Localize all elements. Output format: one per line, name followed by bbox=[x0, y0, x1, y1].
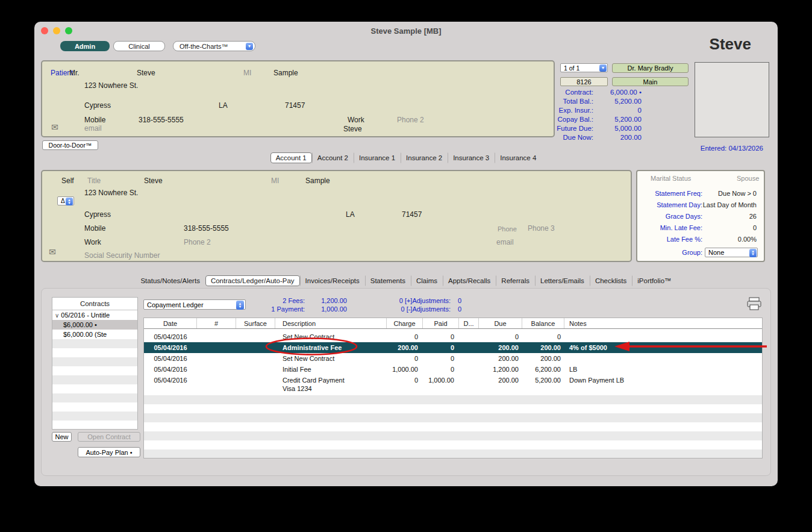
account-street-field[interactable]: 123 Nowhere St. bbox=[84, 189, 138, 197]
tab-contracts-ledger-autopay[interactable]: Contracts/Ledger/Auto-Pay bbox=[205, 275, 300, 286]
auto-pay-plan-button[interactable]: Auto-Pay Plan • bbox=[78, 447, 140, 457]
chart-number-field[interactable]: 8126 bbox=[560, 77, 608, 86]
col-notes[interactable]: Notes bbox=[564, 318, 762, 328]
account-city-field[interactable]: Cypress bbox=[84, 210, 111, 219]
account-ssn-field[interactable]: Social Security Number bbox=[84, 251, 160, 260]
patient-city-field[interactable]: Cypress bbox=[84, 101, 111, 110]
tab-insurance-1[interactable]: Insurance 1 bbox=[354, 152, 401, 163]
late-fee-pct-value[interactable]: 0.00% bbox=[700, 236, 757, 243]
col-due[interactable]: Due bbox=[479, 318, 522, 328]
copay-balance-value: 5,200.00 bbox=[581, 116, 642, 123]
col-paid[interactable]: Paid bbox=[423, 318, 459, 328]
ledger-row[interactable]: 05/04/2016 Initial Fee 1,000.000 1,200.0… bbox=[144, 364, 762, 375]
account-title-field[interactable]: Title bbox=[87, 177, 101, 185]
account-email-field[interactable]: email bbox=[496, 238, 514, 246]
tab-insurance-2[interactable]: Insurance 2 bbox=[401, 152, 448, 163]
tab-appts-recalls[interactable]: Appts/Recalls bbox=[443, 275, 496, 286]
patient-panel: Patient: Mr. Steve MI Sample 123 Nowhere… bbox=[41, 60, 555, 137]
patient-email-field[interactable]: email bbox=[84, 124, 102, 133]
payments-total-label: 1 Payment: bbox=[245, 305, 305, 313]
min-late-fee-value[interactable]: 0 bbox=[700, 224, 757, 231]
tab-account-1[interactable]: Account 1 bbox=[270, 152, 312, 163]
window-title: Steve Sample [MB] bbox=[34, 27, 778, 36]
entered-date: Entered: 04/13/2026 bbox=[661, 145, 763, 152]
min-late-fee-label: Min. Late Fee: bbox=[640, 224, 702, 231]
tab-admin[interactable]: Admin bbox=[60, 41, 110, 51]
patient-preferred-name-field[interactable]: Steve bbox=[343, 125, 362, 133]
statement-freq-label: Statement Freq: bbox=[640, 190, 702, 197]
tab-invoices-receipts[interactable]: Invoices/Receipts bbox=[300, 275, 365, 286]
tab-checklists[interactable]: Checklists bbox=[590, 275, 632, 286]
tab-statements[interactable]: Statements bbox=[365, 275, 411, 286]
envelope-icon[interactable]: ✉ bbox=[49, 247, 56, 257]
account-mobile-field[interactable]: 318-555-5555 bbox=[184, 224, 229, 233]
ledger-row[interactable]: 05/04/2016 Set New Contract 00 200.00200… bbox=[144, 353, 762, 364]
patient-street-field[interactable]: 123 Nowhere St. bbox=[84, 81, 138, 90]
account-state-field[interactable]: LA bbox=[346, 210, 355, 219]
ledger-row[interactable]: 05/04/2016 Set New Contract 00 00 bbox=[144, 331, 762, 342]
group-label: Group: bbox=[640, 249, 702, 256]
door-to-door-button[interactable]: Door-to-Door™ bbox=[42, 140, 98, 150]
record-pager-select[interactable]: 1 of 1 ▾ bbox=[560, 63, 608, 72]
patient-salutation-field[interactable]: Mr. bbox=[69, 69, 80, 77]
contract-tree-item[interactable]: ∨ 05/2016 - Untitle bbox=[52, 310, 137, 320]
tab-account-2[interactable]: Account 2 bbox=[312, 152, 354, 163]
marital-status-field[interactable]: Marital Status bbox=[651, 175, 691, 182]
delta-label: Δ bbox=[61, 198, 65, 204]
patient-state-field[interactable]: LA bbox=[219, 101, 228, 110]
tab-status-notes-alerts[interactable]: Status/Notes/Alerts bbox=[135, 275, 205, 286]
grace-days-value[interactable]: 26 bbox=[700, 213, 757, 220]
grace-days-label: Grace Days: bbox=[640, 213, 702, 220]
patient-zip-field[interactable]: 71457 bbox=[285, 101, 305, 110]
col-date[interactable]: Date bbox=[144, 318, 197, 328]
new-contract-button[interactable]: New bbox=[52, 432, 72, 442]
patient-mobile-field[interactable]: 318-555-5555 bbox=[139, 116, 184, 124]
record-pager-value: 1 of 1 bbox=[564, 64, 579, 72]
patient-work-phone-field[interactable]: Phone 2 bbox=[397, 116, 424, 124]
tab-letters-emails[interactable]: Letters/Emails bbox=[535, 275, 590, 286]
account-last-name-field[interactable]: Sample bbox=[305, 177, 330, 185]
ledger-row-selected[interactable]: 05/04/2016 Administrative Fee 200.000 20… bbox=[144, 342, 762, 353]
spouse-field[interactable]: Spouse bbox=[737, 175, 759, 182]
account-phone3-field[interactable]: Phone 3 bbox=[528, 224, 555, 233]
account-work-phone-field[interactable]: Phone 2 bbox=[184, 238, 211, 246]
disclosure-icon[interactable]: ∨ bbox=[55, 312, 59, 319]
group-select[interactable]: None ▲▼ bbox=[705, 248, 758, 257]
account-relationship[interactable]: Self bbox=[61, 177, 74, 185]
tab-clinical[interactable]: Clinical bbox=[113, 41, 165, 51]
delta-selector[interactable]: Δ ▲▼ bbox=[57, 196, 74, 205]
office-button[interactable]: Main bbox=[612, 77, 689, 86]
statement-freq-value[interactable]: Due Now > 0 bbox=[700, 190, 757, 197]
tab-referrals[interactable]: Referrals bbox=[496, 275, 535, 286]
col-charge[interactable]: Charge bbox=[387, 318, 423, 328]
tab-insurance-4[interactable]: Insurance 4 bbox=[495, 152, 542, 163]
stepper-icon: ▲▼ bbox=[236, 301, 244, 310]
ledger-view-select[interactable]: Copayment Ledger ▲▼ bbox=[143, 299, 246, 310]
ledger-row[interactable]: 05/04/2016 Credit Card PaymentVisa 1234 … bbox=[144, 375, 762, 394]
contract-item-selected[interactable]: $6,000.00 • bbox=[52, 320, 137, 330]
statement-day-value[interactable]: Last Day of Month bbox=[700, 201, 757, 208]
account-first-name-field[interactable]: Steve bbox=[144, 177, 163, 185]
print-button[interactable] bbox=[746, 297, 762, 313]
contract-item[interactable]: $6,000.00 (Ste bbox=[52, 330, 137, 339]
provider-button[interactable]: Dr. Mary Bradly bbox=[612, 63, 689, 73]
tab-iportfolio[interactable]: iPortfolio™ bbox=[632, 275, 676, 286]
chevron-down-icon: ▾ bbox=[599, 64, 607, 72]
off-the-charts-dropdown[interactable]: Off-the-Charts™ ▾ bbox=[173, 41, 255, 51]
account-mi-field[interactable]: MI bbox=[271, 177, 279, 185]
fees-total-value: 1,200.00 bbox=[311, 297, 347, 304]
col-number[interactable]: # bbox=[197, 318, 236, 328]
col-balance[interactable]: Balance bbox=[522, 318, 564, 328]
patient-mi-field[interactable]: MI bbox=[243, 69, 251, 77]
tab-insurance-3[interactable]: Insurance 3 bbox=[448, 152, 495, 163]
patient-first-name-field[interactable]: Steve bbox=[137, 69, 155, 77]
patient-last-name-field[interactable]: Sample bbox=[273, 69, 298, 77]
open-contract-button[interactable]: Open Contract bbox=[78, 432, 140, 442]
patient-photo-placeholder[interactable] bbox=[695, 62, 769, 137]
col-description[interactable]: Description bbox=[275, 318, 387, 328]
col-surface[interactable]: Surface bbox=[236, 318, 275, 328]
envelope-icon[interactable]: ✉ bbox=[51, 122, 58, 132]
col-d[interactable]: D... bbox=[459, 318, 479, 328]
account-zip-field[interactable]: 71457 bbox=[402, 210, 422, 219]
tab-claims[interactable]: Claims bbox=[411, 275, 443, 286]
